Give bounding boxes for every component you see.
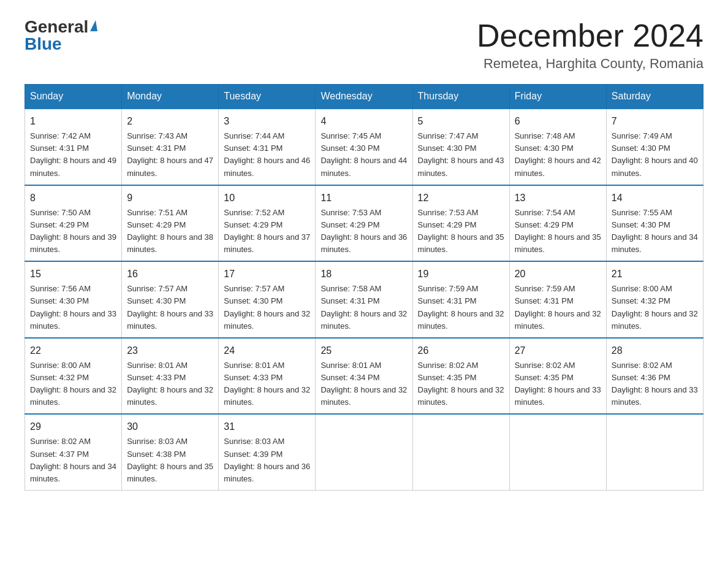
day-number: 17 bbox=[224, 267, 310, 282]
weekday-header-friday: Friday bbox=[509, 85, 606, 109]
day-cell-4: 4 Sunrise: 7:45 AMSunset: 4:30 PMDayligh… bbox=[316, 109, 412, 185]
day-info: Sunrise: 7:43 AMSunset: 4:31 PMDaylight:… bbox=[127, 131, 213, 177]
day-cell-29: 29 Sunrise: 8:02 AMSunset: 4:37 PMDaylig… bbox=[25, 414, 122, 490]
day-info: Sunrise: 7:47 AMSunset: 4:30 PMDaylight:… bbox=[418, 131, 504, 177]
day-info: Sunrise: 7:52 AMSunset: 4:29 PMDaylight:… bbox=[224, 208, 310, 254]
day-number: 15 bbox=[30, 267, 116, 282]
day-number: 10 bbox=[224, 191, 310, 205]
day-number: 26 bbox=[418, 343, 504, 358]
day-cell-19: 19 Sunrise: 7:59 AMSunset: 4:31 PMDaylig… bbox=[412, 261, 509, 338]
week-row-4: 22 Sunrise: 8:00 AMSunset: 4:32 PMDaylig… bbox=[25, 338, 703, 415]
day-cell-2: 2 Sunrise: 7:43 AMSunset: 4:31 PMDayligh… bbox=[122, 109, 219, 185]
title-block: December 2024 Remetea, Harghita County, … bbox=[477, 18, 703, 72]
day-number: 6 bbox=[515, 114, 601, 129]
weekday-header-wednesday: Wednesday bbox=[316, 85, 412, 109]
day-number: 23 bbox=[127, 343, 213, 358]
day-number: 29 bbox=[30, 419, 116, 434]
day-cell-30: 30 Sunrise: 8:03 AMSunset: 4:38 PMDaylig… bbox=[122, 414, 219, 490]
day-cell-7: 7 Sunrise: 7:49 AMSunset: 4:30 PMDayligh… bbox=[606, 109, 703, 185]
day-number: 21 bbox=[612, 267, 698, 282]
day-number: 16 bbox=[127, 267, 213, 282]
empty-cell bbox=[509, 414, 606, 490]
day-cell-31: 31 Sunrise: 8:03 AMSunset: 4:39 PMDaylig… bbox=[219, 414, 316, 490]
day-info: Sunrise: 8:00 AMSunset: 4:32 PMDaylight:… bbox=[30, 361, 116, 407]
day-number: 5 bbox=[418, 114, 504, 129]
day-info: Sunrise: 8:02 AMSunset: 4:35 PMDaylight:… bbox=[418, 361, 504, 407]
week-row-3: 15 Sunrise: 7:56 AMSunset: 4:30 PMDaylig… bbox=[25, 261, 703, 338]
day-info: Sunrise: 7:56 AMSunset: 4:30 PMDaylight:… bbox=[30, 284, 116, 330]
day-cell-16: 16 Sunrise: 7:57 AMSunset: 4:30 PMDaylig… bbox=[122, 261, 219, 338]
day-cell-5: 5 Sunrise: 7:47 AMSunset: 4:30 PMDayligh… bbox=[412, 109, 509, 185]
day-cell-14: 14 Sunrise: 7:55 AMSunset: 4:30 PMDaylig… bbox=[606, 185, 703, 262]
day-info: Sunrise: 7:48 AMSunset: 4:30 PMDaylight:… bbox=[515, 131, 601, 177]
logo-general-text: General bbox=[25, 18, 88, 36]
day-info: Sunrise: 8:03 AMSunset: 4:38 PMDaylight:… bbox=[127, 437, 213, 483]
day-info: Sunrise: 7:59 AMSunset: 4:31 PMDaylight:… bbox=[515, 284, 601, 330]
day-number: 8 bbox=[30, 191, 116, 205]
day-info: Sunrise: 7:50 AMSunset: 4:29 PMDaylight:… bbox=[30, 208, 116, 254]
day-info: Sunrise: 7:49 AMSunset: 4:30 PMDaylight:… bbox=[612, 131, 698, 177]
day-number: 12 bbox=[418, 191, 504, 205]
day-info: Sunrise: 7:59 AMSunset: 4:31 PMDaylight:… bbox=[418, 284, 504, 330]
empty-cell bbox=[412, 414, 509, 490]
day-number: 24 bbox=[224, 343, 310, 358]
empty-cell bbox=[316, 414, 412, 490]
page-header: General Blue December 2024 Remetea, Harg… bbox=[25, 18, 703, 72]
day-cell-27: 27 Sunrise: 8:02 AMSunset: 4:35 PMDaylig… bbox=[509, 338, 606, 415]
day-cell-24: 24 Sunrise: 8:01 AMSunset: 4:33 PMDaylig… bbox=[219, 338, 316, 415]
day-cell-26: 26 Sunrise: 8:02 AMSunset: 4:35 PMDaylig… bbox=[412, 338, 509, 415]
weekday-header-thursday: Thursday bbox=[412, 85, 509, 109]
day-info: Sunrise: 7:53 AMSunset: 4:29 PMDaylight:… bbox=[320, 208, 407, 254]
day-info: Sunrise: 7:53 AMSunset: 4:29 PMDaylight:… bbox=[418, 208, 504, 254]
week-row-5: 29 Sunrise: 8:02 AMSunset: 4:37 PMDaylig… bbox=[25, 414, 703, 490]
day-info: Sunrise: 7:58 AMSunset: 4:31 PMDaylight:… bbox=[320, 284, 407, 330]
day-info: Sunrise: 7:57 AMSunset: 4:30 PMDaylight:… bbox=[224, 284, 310, 330]
day-cell-13: 13 Sunrise: 7:54 AMSunset: 4:29 PMDaylig… bbox=[509, 185, 606, 262]
day-number: 31 bbox=[224, 419, 310, 434]
day-info: Sunrise: 8:01 AMSunset: 4:33 PMDaylight:… bbox=[127, 361, 213, 407]
day-info: Sunrise: 7:55 AMSunset: 4:30 PMDaylight:… bbox=[612, 208, 698, 254]
day-number: 25 bbox=[320, 343, 407, 358]
week-row-1: 1 Sunrise: 7:42 AMSunset: 4:31 PMDayligh… bbox=[25, 109, 703, 185]
day-cell-10: 10 Sunrise: 7:52 AMSunset: 4:29 PMDaylig… bbox=[219, 185, 316, 262]
day-number: 27 bbox=[515, 343, 601, 358]
day-number: 28 bbox=[612, 343, 698, 358]
day-info: Sunrise: 8:02 AMSunset: 4:37 PMDaylight:… bbox=[30, 437, 116, 483]
day-cell-18: 18 Sunrise: 7:58 AMSunset: 4:31 PMDaylig… bbox=[316, 261, 412, 338]
day-cell-17: 17 Sunrise: 7:57 AMSunset: 4:30 PMDaylig… bbox=[219, 261, 316, 338]
day-cell-9: 9 Sunrise: 7:51 AMSunset: 4:29 PMDayligh… bbox=[122, 185, 219, 262]
day-number: 1 bbox=[30, 114, 116, 129]
month-title: December 2024 bbox=[477, 18, 703, 53]
day-number: 7 bbox=[612, 114, 698, 129]
day-info: Sunrise: 7:57 AMSunset: 4:30 PMDaylight:… bbox=[127, 284, 213, 330]
day-cell-20: 20 Sunrise: 7:59 AMSunset: 4:31 PMDaylig… bbox=[509, 261, 606, 338]
day-info: Sunrise: 7:42 AMSunset: 4:31 PMDaylight:… bbox=[30, 131, 116, 177]
day-number: 9 bbox=[127, 191, 213, 205]
day-number: 30 bbox=[127, 419, 213, 434]
logo-triangle-icon bbox=[90, 20, 97, 31]
day-info: Sunrise: 8:02 AMSunset: 4:35 PMDaylight:… bbox=[515, 361, 601, 407]
day-cell-1: 1 Sunrise: 7:42 AMSunset: 4:31 PMDayligh… bbox=[25, 109, 122, 185]
day-cell-23: 23 Sunrise: 8:01 AMSunset: 4:33 PMDaylig… bbox=[122, 338, 219, 415]
day-info: Sunrise: 8:02 AMSunset: 4:36 PMDaylight:… bbox=[612, 361, 698, 407]
weekday-header-tuesday: Tuesday bbox=[219, 85, 316, 109]
day-number: 19 bbox=[418, 267, 504, 282]
day-cell-25: 25 Sunrise: 8:01 AMSunset: 4:34 PMDaylig… bbox=[316, 338, 412, 415]
day-cell-21: 21 Sunrise: 8:00 AMSunset: 4:32 PMDaylig… bbox=[606, 261, 703, 338]
day-cell-6: 6 Sunrise: 7:48 AMSunset: 4:30 PMDayligh… bbox=[509, 109, 606, 185]
day-cell-3: 3 Sunrise: 7:44 AMSunset: 4:31 PMDayligh… bbox=[219, 109, 316, 185]
weekday-header-saturday: Saturday bbox=[606, 85, 703, 109]
day-info: Sunrise: 8:01 AMSunset: 4:34 PMDaylight:… bbox=[320, 361, 407, 407]
location-subtitle: Remetea, Harghita County, Romania bbox=[477, 56, 703, 72]
day-cell-28: 28 Sunrise: 8:02 AMSunset: 4:36 PMDaylig… bbox=[606, 338, 703, 415]
logo: General Blue bbox=[25, 18, 97, 53]
day-cell-12: 12 Sunrise: 7:53 AMSunset: 4:29 PMDaylig… bbox=[412, 185, 509, 262]
weekday-header-sunday: Sunday bbox=[25, 85, 122, 109]
weekday-header-monday: Monday bbox=[122, 85, 219, 109]
weekday-header-row: SundayMondayTuesdayWednesdayThursdayFrid… bbox=[25, 85, 703, 109]
empty-cell bbox=[606, 414, 703, 490]
day-cell-11: 11 Sunrise: 7:53 AMSunset: 4:29 PMDaylig… bbox=[316, 185, 412, 262]
day-number: 20 bbox=[515, 267, 601, 282]
calendar-table: SundayMondayTuesdayWednesdayThursdayFrid… bbox=[25, 84, 703, 491]
day-number: 18 bbox=[320, 267, 407, 282]
